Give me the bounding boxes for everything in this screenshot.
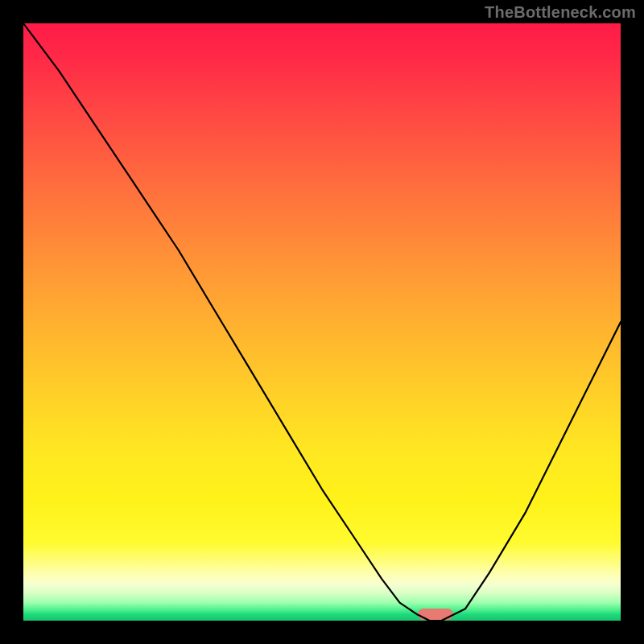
bottleneck-curve (23, 23, 621, 621)
chart-frame: TheBottleneck.com (0, 0, 644, 644)
plot-area (23, 23, 621, 621)
watermark-text: TheBottleneck.com (485, 3, 636, 22)
